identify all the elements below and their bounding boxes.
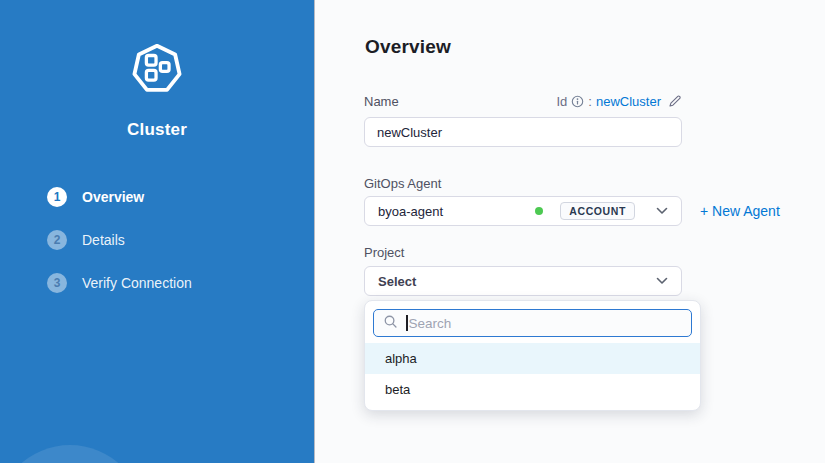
chevron-down-icon — [656, 277, 668, 285]
name-label: Name — [364, 94, 399, 109]
edit-id-icon[interactable] — [668, 94, 682, 108]
id-label: Id — [557, 94, 568, 109]
project-dropdown-menu: Search alpha beta — [364, 300, 701, 411]
name-label-row: Name Id : newCluster — [364, 93, 682, 109]
overview-step-panel: Overview Name Id : newCluster — [315, 0, 825, 463]
wizard-steps: 1 Overview 2 Details 3 Verify Connection — [0, 187, 314, 293]
text-cursor — [406, 315, 408, 331]
step-label: Verify Connection — [82, 275, 192, 291]
search-icon — [383, 314, 398, 333]
decorative-circle — [0, 445, 144, 463]
step-label: Details — [82, 232, 125, 248]
new-agent-button[interactable]: + New Agent — [700, 203, 780, 219]
gitops-agent-label: GitOps Agent — [364, 176, 441, 191]
wizard-sidebar: Cluster 1 Overview 2 Details 3 Verify Co… — [0, 0, 315, 463]
dropdown-option-beta[interactable]: beta — [365, 374, 700, 405]
project-select[interactable]: Select — [364, 266, 682, 296]
page-title: Overview — [365, 36, 451, 58]
dropdown-search-input[interactable]: Search — [373, 309, 692, 337]
gitops-agent-select[interactable]: byoa-agent ACCOUNT — [364, 196, 682, 226]
step-details[interactable]: 2 Details — [47, 230, 314, 250]
project-label: Project — [364, 245, 404, 260]
id-row: Id : newCluster — [557, 94, 683, 109]
agent-value: byoa-agent — [378, 204, 443, 219]
step-number-badge: 3 — [47, 273, 67, 293]
scope-badge: ACCOUNT — [560, 202, 635, 221]
cluster-name-input[interactable] — [364, 117, 682, 147]
dropdown-option-alpha[interactable]: alpha — [365, 343, 700, 374]
step-verify-connection[interactable]: 3 Verify Connection — [47, 273, 314, 293]
info-icon[interactable] — [571, 95, 584, 108]
step-label: Overview — [82, 189, 144, 205]
agent-health-dot — [535, 207, 543, 215]
step-number-badge: 2 — [47, 230, 67, 250]
step-number-badge: 1 — [47, 187, 67, 207]
id-value[interactable]: newCluster — [596, 94, 661, 109]
chevron-down-icon — [656, 207, 668, 215]
brand: Cluster — [0, 0, 314, 140]
cluster-wizard: Cluster 1 Overview 2 Details 3 Verify Co… — [0, 0, 825, 463]
search-placeholder: Search — [409, 316, 452, 331]
cluster-icon — [130, 82, 184, 99]
step-overview[interactable]: 1 Overview — [47, 187, 314, 207]
id-separator: : — [588, 94, 592, 109]
wizard-title: Cluster — [0, 120, 314, 140]
project-placeholder: Select — [378, 274, 416, 289]
